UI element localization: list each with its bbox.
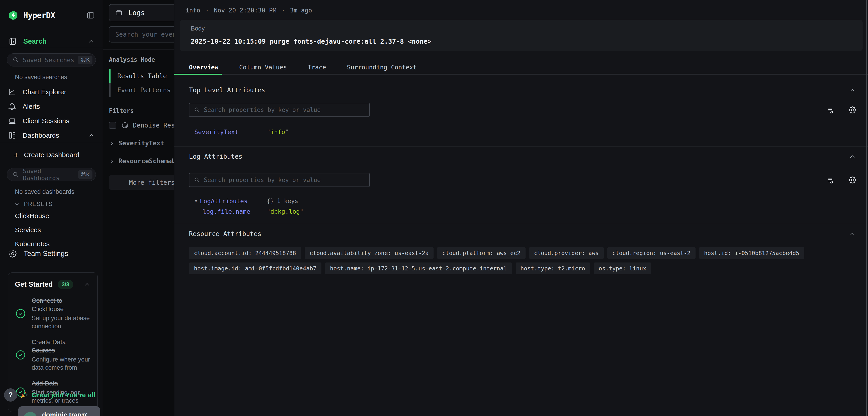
wrap-lines-icon[interactable] [827,176,835,184]
saved-searches-placeholder: Saved Searches [23,57,74,63]
sidebar-item-team-settings[interactable]: Team Settings [8,247,95,261]
attribute-key[interactable]: log.file.name [203,208,267,215]
separator: · [281,7,285,14]
congrats-row: ? Great job! You're all [4,388,95,402]
get-started-title: Get Started [15,280,53,289]
source-select[interactable]: Logs [109,4,174,21]
shortcut-badge: ⌘K [78,56,92,64]
attribute-tree-root[interactable]: ▾ LogAttributes {} 1 keys [194,197,857,206]
resource-chip[interactable]: host.type: t2.micro [516,263,590,274]
tab-surrounding-context[interactable]: Surrounding Context [347,64,417,71]
sidebar-item-dashboards[interactable]: Dashboards [7,128,96,143]
get-started-step[interactable]: Create Data Sources Configure where your… [15,338,91,372]
search-icon [12,57,19,63]
search-nav-label: Search [23,37,46,46]
get-started-step[interactable]: Connect to ClickHouse Set up your databa… [15,297,91,330]
chevron-right-icon [109,140,115,146]
attribute-value[interactable]: info [270,128,285,136]
team-settings-label: Team Settings [24,249,68,258]
attribute-value[interactable]: dpkg.log [270,208,300,215]
alerts-label: Alerts [23,102,40,110]
filter-group-severitytext[interactable]: SeverityText [109,140,174,147]
attribute-row: SeverityText "info" [194,127,857,136]
attribute-key[interactable]: LogAttributes [200,198,267,205]
resource-chip[interactable]: host.id: i-0510b81275acbe4d5 [699,247,804,259]
quote: " [300,208,303,215]
mode-event-patterns[interactable]: Event Patterns [103,83,174,97]
mode-label: Results Table [117,72,167,80]
sidebar-item-client-sessions[interactable]: Client Sessions [7,114,96,128]
keys-count: 1 keys [277,198,298,204]
saved-searches-input[interactable]: Saved Searches ⌘K [7,53,96,66]
chevron-up-icon[interactable] [848,230,856,238]
denoise-checkbox[interactable] [109,122,116,129]
chevron-up-icon[interactable] [848,86,856,94]
shortcut-badge: ⌘K [78,170,92,179]
tab-trace[interactable]: Trace [308,64,326,71]
attribute-row: log.file.name "dpkg.log" [194,207,857,216]
filter-group-resourceschemaurl[interactable]: ResourceSchemaUrl [109,157,174,165]
sidebar-item-chart-explorer[interactable]: Chart Explorer [7,85,96,99]
create-dashboard-label: Create Dashboard [24,151,79,159]
user-account-button[interactable]: D dominic.tran@clic... dominic.tran@clic… [18,406,100,416]
congrats-text: Great job! You're all [32,391,95,399]
mode-bar [109,83,111,97]
sidebar-item-alerts[interactable]: Alerts [7,99,96,114]
chevron-up-icon[interactable] [848,153,856,160]
filter-group-label: ResourceSchemaUrl [119,157,174,165]
preset-label: ClickHouse [15,212,49,220]
resource-attribute-chips: cloud.account.id: 244449518788 cloud.ava… [189,247,857,290]
more-filters-button[interactable]: More filters [109,175,174,190]
resource-chip[interactable]: cloud.platform: aws_ec2 [437,247,525,259]
resource-chip[interactable]: cloud.account.id: 244449518788 [189,247,301,259]
chevron-up-icon[interactable] [84,281,91,288]
saved-dashboards-input[interactable]: Saved Dashboards ⌘K [7,168,96,181]
chart-explorer-icon [8,88,17,96]
dashboards-label: Dashboards [23,131,59,139]
sidebar-item-search[interactable]: Search [0,36,103,47]
source-label: Logs [128,9,145,17]
user-name: dominic.tran@clic... [42,411,87,416]
resource-chip[interactable]: cloud.region: us-east-2 [608,247,695,259]
resource-chip[interactable]: host.name: ip-172-31-12-5.us-east-2.comp… [325,263,512,274]
tab-column-values[interactable]: Column Values [239,64,287,71]
filter-group-label: SeverityText [119,140,164,147]
create-dashboard-button[interactable]: + Create Dashboard [7,148,96,162]
mode-results-table[interactable]: Results Table [103,69,174,83]
event-search-input[interactable]: Search your event [109,26,174,42]
relative-time: 3m ago [290,7,312,14]
caret-down-icon: ▾ [194,198,200,204]
body-text: 2025-10-22 10:15:09 purge fonts-dejavu-c… [191,37,852,45]
resource-chip[interactable]: host.image.id: ami-0f5fcdfbd140e4ab7 [189,263,321,274]
resource-chip[interactable]: os.type: linux [594,263,651,274]
presets-toggle[interactable]: PRESETS [14,201,96,207]
filter-panel: Logs Search your event Analysis Mode Res… [103,0,174,416]
property-search-placeholder: Search properties by key or value [204,177,321,183]
preset-item-clickhouse[interactable]: ClickHouse [15,210,96,221]
quote: " [267,208,270,215]
section-title: Log Attributes [189,147,857,160]
step-title: Create Data Sources [32,338,91,355]
scrollbar[interactable] [866,0,867,416]
divider [0,143,103,143]
attribute-key[interactable]: SeverityText [194,128,267,136]
resource-chip[interactable]: cloud.availability_zone: us-east-2a [305,247,434,259]
section-top-level-attributes: Top Level Attributes Search properties b… [174,75,868,147]
resource-chip[interactable]: cloud.provider: aws [529,247,604,259]
chevron-up-icon[interactable] [88,38,95,45]
chevron-right-icon [87,415,95,416]
gear-icon[interactable] [848,106,857,114]
braces-icon: {} [267,198,274,204]
gear-icon[interactable] [848,176,857,184]
body-label: Body [191,25,852,32]
tab-overview[interactable]: Overview [189,64,218,71]
wrap-lines-icon[interactable] [827,106,835,114]
property-search-input[interactable]: Search properties by key or value [189,173,370,187]
sidebar-toggle-button[interactable] [86,11,95,20]
chevron-up-icon[interactable] [88,132,95,139]
help-button[interactable]: ? [4,388,17,402]
divider [0,47,103,47]
preset-item-services[interactable]: Services [15,225,96,235]
detail-tabs: Overview Column Values Trace Surrounding… [174,61,868,75]
property-search-input[interactable]: Search properties by key or value [189,103,370,117]
